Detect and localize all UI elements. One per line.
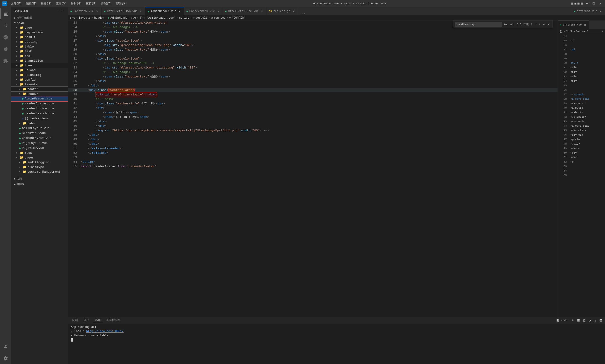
panel-tab-output[interactable]: 输出 [81,318,92,323]
bc-script[interactable]: script [179,16,189,20]
activity-explorer[interactable] [0,8,11,19]
sidebar-item-indexless[interactable]: ◆ {} index.less [11,116,68,121]
tab-more-btn[interactable]: ··· [298,12,307,15]
sidebar-item-page[interactable]: ▶ 📁 page [11,25,68,30]
bc-config[interactable]: "CONFIG" [232,16,245,20]
tab-close-icon[interactable]: ✕ [599,10,602,13]
sidebar-more-btn[interactable]: ··· [58,9,65,13]
sidebar-item-customermgmt[interactable]: ▶ 📁 customerManagement [11,169,68,174]
find-input[interactable] [455,22,502,27]
tab-close-icon[interactable]: ✕ [292,10,296,13]
sidebar-item-task[interactable]: ▶ 📁 task [11,49,68,54]
close-btn[interactable]: ✕ [598,1,603,6]
tab-contextmenu[interactable]: ◆ Contextmenu.vue ✕ [184,7,223,15]
activity-avatar[interactable] [0,341,11,352]
layout-icon-2[interactable]: ▣ [574,1,576,6]
terminal-link-local[interactable]: http://localhost:8081/ [86,330,124,333]
bc-header[interactable]: header [94,16,104,20]
tab-adminheader[interactable]: ◆ AdminHeader.vue ✕ [145,7,184,15]
bc-layouts[interactable]: layouts [79,16,90,20]
tab-tabsview[interactable]: ◆ TabsView.vue ✕ [68,7,102,15]
find-case-btn[interactable]: Aa [503,22,508,26]
panel-tab-terminal[interactable]: 终端 [93,318,103,323]
sidebar-item-commonlayout[interactable]: ◆ CommonLayout.vue [11,136,68,141]
bc-adminheader-str[interactable]: "AdminHeader.vue" [146,16,175,20]
sidebar-item-footer[interactable]: ▶ 📁 footer [11,87,68,91]
panel-max-btn[interactable]: ⊡ [598,318,603,323]
bc-file[interactable]: AdminHeader.vue [110,16,136,20]
tab-close-icon[interactable]: ✕ [178,10,181,13]
panel-content[interactable]: App running at: - Local: http://localhos… [68,324,605,364]
find-prev-btn[interactable]: ↑ [533,22,537,26]
menu-select[interactable]: 选择(S) [39,1,54,7]
tab-close-icon[interactable]: ✕ [583,23,587,27]
activity-settings[interactable] [0,353,11,364]
sidebar-item-mock[interactable]: ▶ 📁 mock [11,150,68,155]
sidebar-item-claimtype[interactable]: ▶ 📁 claimType [11,165,68,169]
code-editor[interactable]: 23 <img src="@/assets/img/icon-wait.pn 2… [68,21,557,317]
open-editors-title[interactable]: ▶ 打开的编辑器 [11,15,68,21]
sidebar-item-table[interactable]: ▶ 📁 table [11,44,68,49]
menu-edit[interactable]: 编辑(E) [24,1,39,7]
bc-src[interactable]: src [70,16,75,20]
sidebar-item-tree[interactable]: ▶ 📁 tree [11,63,68,68]
tab-close-icon[interactable]: ✕ [95,10,99,13]
panel-down-btn[interactable]: ∨ [593,318,597,323]
bc-mounted[interactable]: mounted [214,16,225,20]
sidebar-item-setting[interactable]: ▶ 📁 setting [11,39,68,44]
tab-requestjs[interactable]: JS request.js ✕ [267,7,298,15]
tab-close-icon[interactable]: ✕ [260,10,264,13]
tab-offersmt[interactable]: ◆ offerSmt.vue ✕ [571,7,605,15]
tab-close-icon[interactable]: ✕ [216,10,220,13]
find-toggle-replace-btn[interactable]: ≡ [542,22,545,26]
activity-debug[interactable] [0,43,11,55]
layout-icon-4[interactable]: ⊟ [580,1,583,6]
menu-file[interactable]: 文件(F) [9,1,24,7]
menu-goto[interactable]: 转到(G) [69,1,84,7]
sidebar-item-headernotice[interactable]: ◆ HeaderNotice.vue [11,106,68,111]
right-tab-offersmt[interactable]: ◆ offerSmt.vue ✕ [558,21,589,29]
activity-search[interactable] [0,20,11,31]
sidebar-item-headersearch[interactable]: ◆ HeaderSearch.vue [11,111,68,116]
timeline-title[interactable]: ▶ 时间线 [11,182,68,187]
sidebar-item-blankview[interactable]: ◆ BlankView.vue [11,131,68,136]
sidebar-item-header[interactable]: ▼ 📂 header [11,91,68,96]
sidebar-item-upload[interactable]: ▶ 📁 upload [11,68,68,73]
minimize-btn[interactable]: ─ [585,1,589,6]
find-word-btn[interactable]: ab [509,22,514,26]
sidebar-item-auditlogging[interactable]: ▶ 📁 auditlogging [11,160,68,165]
panel-trash-btn[interactable]: 🗑 [582,318,587,323]
panel-tab-debug[interactable]: 调试控制台 [104,318,123,323]
sidebar-item-pagination[interactable]: ▶ 📁 pagination [11,30,68,35]
sidebar-item-layouts[interactable]: ▼ 📂 layouts [11,82,68,87]
tab-close-icon[interactable]: ✕ [139,10,143,13]
find-regex-btn[interactable]: .* [515,22,519,26]
main-section-title[interactable]: ▼ MAIN [11,21,68,25]
menu-view[interactable]: 查看(V) [54,1,69,7]
find-close-btn[interactable]: ✕ [546,22,551,26]
panel-tab-problems[interactable]: 问题 [70,318,80,323]
layout-icon-3[interactable]: ⊞ [577,1,580,6]
layout-icon-1[interactable]: ⊟ [571,1,573,6]
tab-offerdetailone[interactable]: ◆ OfferDetailOne.vue ✕ [223,7,267,15]
sidebar-item-uploadImg[interactable]: ▶ 📁 uploadImg [11,73,68,77]
panel-up-btn[interactable]: ∧ [588,318,592,323]
tab-offerdetailtwo[interactable]: ◆ OfferDetailTwo.vue ✕ [102,7,145,15]
panel-split-btn[interactable]: ⊟ [576,318,581,323]
find-next-btn[interactable]: ↓ [538,22,541,26]
outline-title[interactable]: ▶ 大纲 [11,176,68,182]
sidebar-item-headeravatar[interactable]: ◆ HeaderAvatar.vue [11,101,68,106]
sidebar-item-tool[interactable]: ▶ 📁 tool [11,54,68,58]
sidebar-item-adminheader[interactable]: ◆ AdminHeader.vue [11,96,68,101]
menu-help[interactable]: 帮助(H) [114,1,129,7]
maximize-btn[interactable]: □ [591,1,596,6]
menu-terminal[interactable]: 终端(T) [99,1,114,7]
bc-default[interactable]: default [196,16,207,20]
sidebar-item-pagelayout[interactable]: ◆ PageLayout.vue [11,141,68,145]
sidebar-item-adminlayout[interactable]: ◆ AdminLayout.vue [11,126,68,131]
sidebar-item-pages[interactable]: ▼ 📂 pages [11,155,68,160]
sidebar-item-transition[interactable]: ▶ 📁 transition [11,58,68,63]
sidebar-item-tabs[interactable]: ▶ 📁 tabs [11,121,68,126]
panel-add-btn[interactable]: ＋ [570,318,575,323]
activity-git[interactable] [0,32,11,43]
